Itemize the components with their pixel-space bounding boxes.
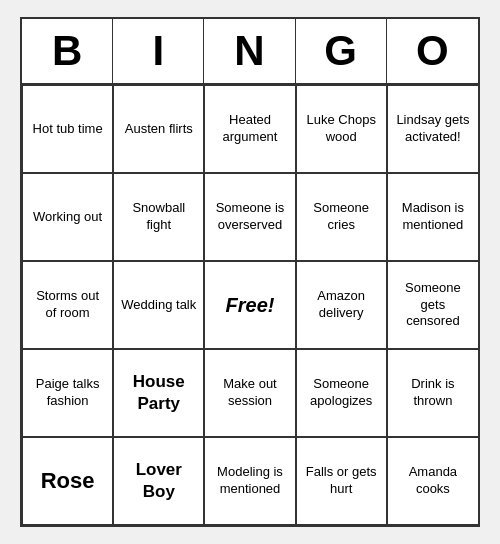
bingo-cell-24[interactable]: Amanda cooks: [387, 437, 478, 525]
letter-g: G: [296, 19, 387, 83]
bingo-cell-5[interactable]: Working out: [22, 173, 113, 261]
bingo-cell-7[interactable]: Someone is overserved: [204, 173, 295, 261]
bingo-cell-6[interactable]: Snowball fight: [113, 173, 204, 261]
bingo-cell-13[interactable]: Amazon delivery: [296, 261, 387, 349]
bingo-cell-11[interactable]: Wedding talk: [113, 261, 204, 349]
bingo-cell-10[interactable]: Storms out of room: [22, 261, 113, 349]
letter-i: I: [113, 19, 204, 83]
bingo-grid: Hot tub timeAusten flirtsHeated argument…: [22, 85, 478, 525]
letter-o: O: [387, 19, 478, 83]
letter-b: B: [22, 19, 113, 83]
bingo-cell-19[interactable]: Drink is thrown: [387, 349, 478, 437]
bingo-cell-17[interactable]: Make out session: [204, 349, 295, 437]
bingo-cell-18[interactable]: Someone apologizes: [296, 349, 387, 437]
bingo-header: B I N G O: [22, 19, 478, 85]
bingo-cell-20[interactable]: Rose: [22, 437, 113, 525]
bingo-cell-4[interactable]: Lindsay gets activated!: [387, 85, 478, 173]
bingo-cell-0[interactable]: Hot tub time: [22, 85, 113, 173]
bingo-cell-21[interactable]: Lover Boy: [113, 437, 204, 525]
bingo-cell-16[interactable]: House Party: [113, 349, 204, 437]
bingo-cell-8[interactable]: Someone cries: [296, 173, 387, 261]
bingo-cell-15[interactable]: Paige talks fashion: [22, 349, 113, 437]
letter-n: N: [204, 19, 295, 83]
bingo-cell-23[interactable]: Falls or gets hurt: [296, 437, 387, 525]
bingo-cell-14[interactable]: Someone gets censored: [387, 261, 478, 349]
bingo-cell-1[interactable]: Austen flirts: [113, 85, 204, 173]
bingo-cell-9[interactable]: Madison is mentioned: [387, 173, 478, 261]
bingo-cell-12[interactable]: Free!: [204, 261, 295, 349]
bingo-cell-22[interactable]: Modeling is mentioned: [204, 437, 295, 525]
bingo-cell-2[interactable]: Heated argument: [204, 85, 295, 173]
bingo-cell-3[interactable]: Luke Chops wood: [296, 85, 387, 173]
bingo-card: B I N G O Hot tub timeAusten flirtsHeate…: [20, 17, 480, 527]
